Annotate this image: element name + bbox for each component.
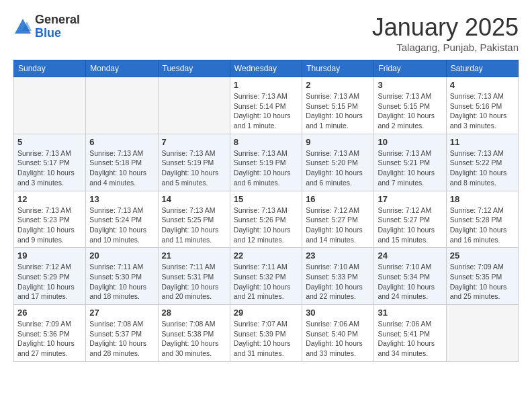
day-detail: Sunrise: 7:13 AM Sunset: 5:26 PM Dayligh… — [234, 205, 298, 245]
calendar-cell: 17Sunrise: 7:12 AM Sunset: 5:27 PM Dayli… — [374, 191, 446, 248]
day-number: 3 — [378, 80, 442, 90]
day-detail: Sunrise: 7:13 AM Sunset: 5:14 PM Dayligh… — [234, 91, 298, 131]
logo-text: General Blue — [35, 13, 80, 40]
day-number: 9 — [306, 137, 370, 147]
day-detail: Sunrise: 7:06 AM Sunset: 5:40 PM Dayligh… — [306, 319, 370, 359]
week-row-5: 26Sunrise: 7:09 AM Sunset: 5:36 PM Dayli… — [14, 305, 519, 362]
weekday-header-sunday: Sunday — [14, 60, 86, 77]
logo-blue: Blue — [35, 26, 61, 40]
day-detail: Sunrise: 7:10 AM Sunset: 5:33 PM Dayligh… — [306, 262, 370, 302]
day-number: 30 — [306, 308, 370, 318]
weekday-header-wednesday: Wednesday — [230, 60, 302, 77]
calendar-cell: 16Sunrise: 7:12 AM Sunset: 5:27 PM Dayli… — [302, 191, 374, 248]
day-detail: Sunrise: 7:12 AM Sunset: 5:27 PM Dayligh… — [378, 205, 442, 245]
day-number: 26 — [17, 308, 82, 318]
day-number: 27 — [89, 308, 154, 318]
day-number: 31 — [378, 308, 442, 318]
calendar-cell: 1Sunrise: 7:13 AM Sunset: 5:14 PM Daylig… — [230, 77, 302, 134]
calendar-cell: 18Sunrise: 7:12 AM Sunset: 5:28 PM Dayli… — [446, 191, 518, 248]
day-detail: Sunrise: 7:13 AM Sunset: 5:16 PM Dayligh… — [450, 91, 515, 131]
day-number: 24 — [378, 250, 442, 261]
calendar-cell: 8Sunrise: 7:13 AM Sunset: 5:19 PM Daylig… — [230, 134, 302, 191]
calendar-cell: 13Sunrise: 7:13 AM Sunset: 5:24 PM Dayli… — [86, 191, 158, 248]
week-row-3: 12Sunrise: 7:13 AM Sunset: 5:23 PM Dayli… — [14, 191, 519, 248]
day-number: 7 — [162, 137, 226, 147]
weekday-header-saturday: Saturday — [446, 60, 518, 77]
day-detail: Sunrise: 7:06 AM Sunset: 5:41 PM Dayligh… — [378, 319, 442, 359]
day-number: 11 — [450, 137, 515, 147]
calendar-cell: 27Sunrise: 7:08 AM Sunset: 5:37 PM Dayli… — [86, 305, 158, 362]
calendar-cell: 3Sunrise: 7:13 AM Sunset: 5:15 PM Daylig… — [374, 77, 446, 134]
day-detail: Sunrise: 7:12 AM Sunset: 5:28 PM Dayligh… — [450, 205, 515, 245]
day-detail: Sunrise: 7:13 AM Sunset: 5:24 PM Dayligh… — [89, 205, 154, 245]
weekday-header-row: SundayMondayTuesdayWednesdayThursdayFrid… — [14, 60, 519, 77]
page-header: General Blue January 2025 Talagang, Punj… — [13, 13, 519, 53]
weekday-header-thursday: Thursday — [302, 60, 374, 77]
month-title: January 2025 — [372, 13, 519, 42]
calendar-cell: 2Sunrise: 7:13 AM Sunset: 5:15 PM Daylig… — [302, 77, 374, 134]
calendar-cell: 10Sunrise: 7:13 AM Sunset: 5:21 PM Dayli… — [374, 134, 446, 191]
day-detail: Sunrise: 7:11 AM Sunset: 5:31 PM Dayligh… — [162, 262, 226, 302]
title-block: January 2025 Talagang, Punjab, Pakistan — [372, 13, 519, 53]
calendar-cell: 29Sunrise: 7:07 AM Sunset: 5:39 PM Dayli… — [230, 305, 302, 362]
day-number: 21 — [162, 250, 226, 261]
day-detail: Sunrise: 7:13 AM Sunset: 5:23 PM Dayligh… — [17, 205, 82, 245]
day-number: 19 — [17, 250, 82, 261]
day-detail: Sunrise: 7:13 AM Sunset: 5:22 PM Dayligh… — [450, 148, 515, 188]
day-number: 28 — [162, 308, 226, 318]
day-detail: Sunrise: 7:13 AM Sunset: 5:17 PM Dayligh… — [17, 148, 82, 188]
day-detail: Sunrise: 7:08 AM Sunset: 5:37 PM Dayligh… — [89, 319, 154, 359]
day-detail: Sunrise: 7:11 AM Sunset: 5:32 PM Dayligh… — [234, 262, 298, 302]
day-detail: Sunrise: 7:13 AM Sunset: 5:21 PM Dayligh… — [378, 148, 442, 188]
calendar-cell — [158, 77, 230, 134]
day-number: 10 — [378, 137, 442, 147]
weekday-header-monday: Monday — [86, 60, 158, 77]
day-detail: Sunrise: 7:13 AM Sunset: 5:19 PM Dayligh… — [234, 148, 298, 188]
calendar-cell — [14, 77, 86, 134]
day-number: 20 — [89, 250, 154, 261]
calendar-cell: 23Sunrise: 7:10 AM Sunset: 5:33 PM Dayli… — [302, 248, 374, 305]
day-detail: Sunrise: 7:13 AM Sunset: 5:18 PM Dayligh… — [89, 148, 154, 188]
weekday-header-tuesday: Tuesday — [158, 60, 230, 77]
calendar-cell: 31Sunrise: 7:06 AM Sunset: 5:41 PM Dayli… — [374, 305, 446, 362]
day-detail: Sunrise: 7:12 AM Sunset: 5:27 PM Dayligh… — [306, 205, 370, 245]
week-row-1: 1Sunrise: 7:13 AM Sunset: 5:14 PM Daylig… — [14, 77, 519, 134]
day-number: 23 — [306, 250, 370, 261]
day-detail: Sunrise: 7:13 AM Sunset: 5:19 PM Dayligh… — [162, 148, 226, 188]
calendar-cell: 6Sunrise: 7:13 AM Sunset: 5:18 PM Daylig… — [86, 134, 158, 191]
day-detail: Sunrise: 7:09 AM Sunset: 5:36 PM Dayligh… — [17, 319, 82, 359]
day-detail: Sunrise: 7:08 AM Sunset: 5:38 PM Dayligh… — [162, 319, 226, 359]
day-detail: Sunrise: 7:11 AM Sunset: 5:30 PM Dayligh… — [89, 262, 154, 302]
day-detail: Sunrise: 7:09 AM Sunset: 5:35 PM Dayligh… — [450, 262, 515, 302]
day-number: 6 — [89, 137, 154, 147]
calendar-cell: 26Sunrise: 7:09 AM Sunset: 5:36 PM Dayli… — [14, 305, 86, 362]
day-number: 14 — [162, 194, 226, 204]
calendar-cell: 20Sunrise: 7:11 AM Sunset: 5:30 PM Dayli… — [86, 248, 158, 305]
day-number: 2 — [306, 80, 370, 90]
day-number: 25 — [450, 250, 515, 261]
calendar-cell: 19Sunrise: 7:12 AM Sunset: 5:29 PM Dayli… — [14, 248, 86, 305]
calendar-cell: 22Sunrise: 7:11 AM Sunset: 5:32 PM Dayli… — [230, 248, 302, 305]
calendar-cell: 5Sunrise: 7:13 AM Sunset: 5:17 PM Daylig… — [14, 134, 86, 191]
day-detail: Sunrise: 7:13 AM Sunset: 5:15 PM Dayligh… — [378, 91, 442, 131]
logo-icon — [13, 17, 32, 36]
calendar-cell: 12Sunrise: 7:13 AM Sunset: 5:23 PM Dayli… — [14, 191, 86, 248]
day-detail: Sunrise: 7:07 AM Sunset: 5:39 PM Dayligh… — [234, 319, 298, 359]
day-number: 15 — [234, 194, 298, 204]
day-number: 5 — [17, 137, 82, 147]
day-detail: Sunrise: 7:13 AM Sunset: 5:20 PM Dayligh… — [306, 148, 370, 188]
calendar-cell — [86, 77, 158, 134]
day-number: 12 — [17, 194, 82, 204]
calendar-cell: 25Sunrise: 7:09 AM Sunset: 5:35 PM Dayli… — [446, 248, 518, 305]
calendar-cell: 11Sunrise: 7:13 AM Sunset: 5:22 PM Dayli… — [446, 134, 518, 191]
calendar-cell: 7Sunrise: 7:13 AM Sunset: 5:19 PM Daylig… — [158, 134, 230, 191]
calendar-cell: 4Sunrise: 7:13 AM Sunset: 5:16 PM Daylig… — [446, 77, 518, 134]
logo: General Blue — [13, 13, 80, 40]
day-detail: Sunrise: 7:12 AM Sunset: 5:29 PM Dayligh… — [17, 262, 82, 302]
day-number: 22 — [234, 250, 298, 261]
day-number: 8 — [234, 137, 298, 147]
day-number: 17 — [378, 194, 442, 204]
calendar-cell: 9Sunrise: 7:13 AM Sunset: 5:20 PM Daylig… — [302, 134, 374, 191]
calendar-cell: 15Sunrise: 7:13 AM Sunset: 5:26 PM Dayli… — [230, 191, 302, 248]
calendar-cell: 28Sunrise: 7:08 AM Sunset: 5:38 PM Dayli… — [158, 305, 230, 362]
